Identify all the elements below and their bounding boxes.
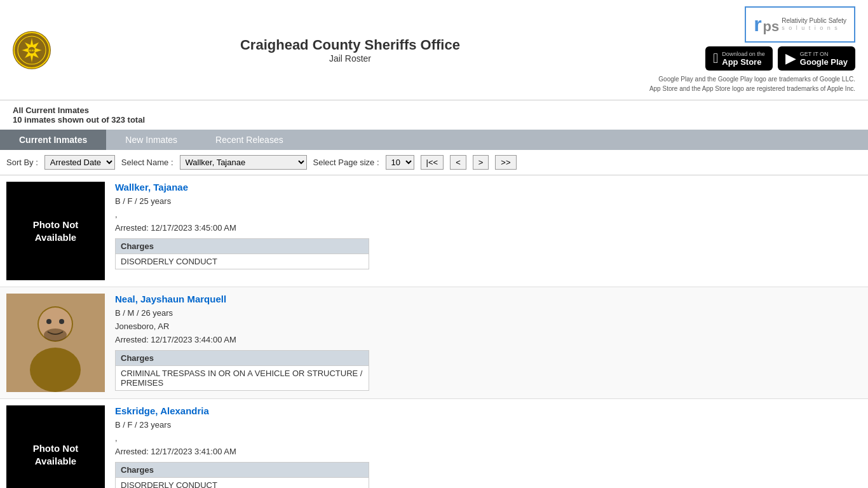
filter-controls: Sort By : Arrested Date Select Name : Wa…: [0, 150, 868, 175]
svg-text:SHERIFF: SHERIFF: [26, 49, 37, 52]
nav-last-button[interactable]: >>: [495, 155, 516, 170]
rps-tagline: Relativity Public Safety s o l u t i o n…: [782, 17, 846, 32]
inmate-list: Photo Not Available Wallker, Tajanae B /…: [0, 175, 868, 488]
photo-not-available-text: Photo Not Available: [6, 212, 105, 250]
inmate-info-1: Wallker, Tajanae B / F / 25 years , Arre…: [115, 182, 862, 280]
inmate-name-3[interactable]: Eskridge, Alexandria: [115, 405, 862, 416]
page-size-label: Select Page size :: [313, 158, 379, 167]
charges-body-3: DISORDERLY CONDUCT: [116, 478, 369, 488]
charges-header-3: Charges: [116, 463, 369, 478]
tab-recent-releases[interactable]: Recent Releases: [196, 130, 302, 150]
app-disclaimer: Google Play and the Google Play logo are…: [649, 74, 855, 93]
table-row: Photo Not Available Eskridge, Alexandria…: [0, 399, 868, 488]
rps-r-text: r: [754, 13, 761, 36]
app-store-button[interactable]:  Download on the App Store: [705, 46, 773, 71]
svg-point-9: [46, 319, 51, 324]
nav-next-button[interactable]: >: [473, 155, 489, 170]
inmate-name-1[interactable]: Wallker, Tajanae: [115, 182, 862, 193]
app-download-buttons:  Download on the App Store ▶ GET IT ON …: [705, 46, 855, 71]
inmate-photo-2: [6, 294, 105, 392]
sort-by-label: Sort By :: [6, 158, 38, 167]
svg-point-11: [44, 329, 67, 341]
logo-area: SHERIFF: [13, 31, 51, 69]
inmate-info-3: Eskridge, Alexandria B / F / 23 years , …: [115, 405, 862, 488]
inmate-photo-3: Photo Not Available: [6, 405, 105, 488]
inmate-photo-1: Photo Not Available: [6, 182, 105, 280]
charges-header-1: Charges: [116, 239, 369, 254]
sort-by-select[interactable]: Arrested Date: [44, 155, 115, 170]
page-subtitle: Jail Roster: [240, 53, 460, 64]
google-play-button[interactable]: ▶ GET IT ON Google Play: [778, 46, 855, 71]
svg-point-7: [30, 348, 81, 392]
svg-point-10: [59, 319, 64, 324]
rps-ps-text: ps: [763, 18, 780, 35]
header-right-area: r ps Relativity Public Safety s o l u t …: [649, 6, 855, 93]
page-header: SHERIFF Craighead County Sheriffs Office…: [0, 0, 868, 100]
select-name-label: Select Name :: [121, 158, 173, 167]
tab-new-inmates[interactable]: New Inmates: [106, 130, 196, 150]
photo-not-available-text-3: Photo Not Available: [6, 436, 105, 473]
charges-table-1: Charges DISORDERLY CONDUCT: [115, 238, 369, 269]
charges-table-3: Charges DISORDERLY CONDUCT: [115, 462, 369, 488]
nav-first-button[interactable]: |<<: [421, 155, 444, 170]
table-row: Photo Not Available Wallker, Tajanae B /…: [0, 175, 868, 287]
charges-body-1: DISORDERLY CONDUCT: [116, 254, 369, 269]
google-play-icon: ▶: [785, 50, 796, 67]
inmate-name-2[interactable]: Neal, Jayshaun Marquell: [115, 294, 862, 304]
inmate-details-1: B / F / 25 years , Arrested: 12/17/2023 …: [115, 195, 862, 234]
summary-line1: All Current Inmates: [13, 105, 855, 115]
table-row: Neal, Jayshaun Marquell B / M / 26 years…: [0, 287, 868, 399]
summary-line2: 10 inmates shown out of 323 total: [13, 115, 855, 125]
inmate-details-2: B / M / 26 years Jonesboro, AR Arrested:…: [115, 307, 862, 346]
header-title-area: Craighead County Sheriffs Office Jail Ro…: [240, 37, 460, 64]
rps-logo: r ps Relativity Public Safety s o l u t …: [745, 6, 855, 43]
charges-header-2: Charges: [116, 351, 369, 366]
page-title: Craighead County Sheriffs Office: [240, 37, 460, 53]
inmate-info-2: Neal, Jayshaun Marquell B / M / 26 years…: [115, 294, 862, 392]
page-size-select[interactable]: 10 25 50: [386, 155, 414, 170]
tab-current-inmates[interactable]: Current Inmates: [0, 130, 106, 150]
apple-icon: : [713, 50, 718, 67]
inmate-details-3: B / F / 23 years , Arrested: 12/17/2023 …: [115, 419, 862, 458]
sheriff-logo: SHERIFF: [13, 31, 51, 69]
inmate-summary: All Current Inmates 10 inmates shown out…: [0, 100, 868, 130]
nav-tabs: Current Inmates New Inmates Recent Relea…: [0, 130, 868, 150]
name-select[interactable]: Wallker, Tajanae: [180, 155, 307, 170]
charges-body-2: CRIMINAL TRESPASS IN OR ON A VEHICLE OR …: [116, 366, 369, 390]
nav-prev-button[interactable]: <: [450, 155, 466, 170]
charges-table-2: Charges CRIMINAL TRESPASS IN OR ON A VEH…: [115, 350, 369, 391]
